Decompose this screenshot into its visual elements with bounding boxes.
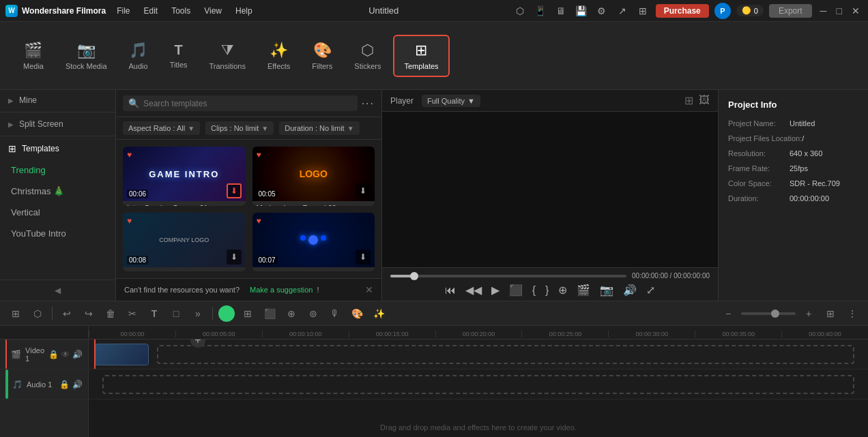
monitor-icon[interactable]: 🖥 — [553, 3, 568, 18]
menu-view[interactable]: View — [201, 6, 225, 16]
aspect-ratio-filter[interactable]: Aspect Ratio : All ▼ — [123, 121, 200, 135]
audio-button[interactable]: 🎙 — [326, 305, 344, 322]
crop-button[interactable]: □ — [167, 305, 185, 322]
scene-detect-button[interactable]: ⬡ — [29, 305, 46, 322]
clip-speed-button[interactable]: ⊚ — [304, 305, 322, 322]
tool-transitions[interactable]: ⧩ Transitions — [200, 36, 255, 76]
split-view-button[interactable]: ⊞ — [7, 305, 25, 322]
left-item-split-screen[interactable]: ▶ Split Screen — [0, 114, 115, 134]
user-avatar[interactable]: P — [714, 3, 731, 19]
category-christmas[interactable]: Christmas 🎄 — [0, 181, 115, 202]
merge-button[interactable]: ⊕ — [283, 305, 300, 322]
tool-titles[interactable]: T Titles — [160, 37, 197, 74]
snapshot-button[interactable]: 📷 — [600, 284, 613, 297]
duration-filter[interactable]: Duration : No limit ▼ — [279, 121, 359, 135]
effects-btn[interactable]: ✨ — [370, 305, 388, 322]
volume-button[interactable]: 🔊 — [623, 284, 637, 297]
tool-stock[interactable]: 📷 Stock Media — [56, 36, 117, 76]
clips-filter[interactable]: Clips : No limit ▼ — [205, 121, 274, 135]
video-lock-button[interactable]: 🔒 — [48, 350, 59, 359]
tool-media[interactable]: 🎬 Media — [14, 36, 53, 76]
suggestion-link[interactable]: Make a suggestion — [250, 286, 313, 294]
zoom-slider[interactable] — [741, 312, 796, 315]
drop-zone-video[interactable] — [157, 345, 854, 364]
collapse-panel-button[interactable]: ◀ — [0, 280, 115, 301]
left-item-mine[interactable]: ▶ Mine — [0, 90, 115, 110]
add-marker-button[interactable]: ⊕ — [558, 284, 567, 297]
more-settings-button[interactable]: ⋮ — [843, 305, 861, 322]
mobile-icon[interactable]: 📱 — [533, 3, 548, 18]
tool-transitions-label: Transitions — [209, 62, 246, 70]
grid-view-icon[interactable]: ⊞ — [684, 94, 693, 107]
settings-icon[interactable]: ⚙ — [594, 3, 609, 18]
save-icon[interactable]: 💾 — [574, 3, 589, 18]
scissors-button[interactable]: ✂ — [124, 305, 141, 322]
image-view-icon[interactable]: 🖼 — [699, 94, 710, 107]
fullscreen-button[interactable]: ⤢ — [646, 284, 655, 297]
tool-stickers[interactable]: ⬡ Stickers — [345, 36, 390, 76]
download-icon-logo[interactable]: ⬇ — [356, 183, 371, 198]
audio-volume-button[interactable]: 🔊 — [72, 380, 83, 389]
audio-track-controls: 🔒 🔊 — [59, 380, 83, 389]
download-icon-company[interactable]: ⬇ — [227, 250, 242, 265]
mark-out-button[interactable]: } — [545, 284, 549, 297]
clip-button[interactable]: 🎬 — [577, 284, 590, 297]
minimize-button[interactable]: ─ — [818, 5, 830, 16]
video-eye-button[interactable]: 👁 — [61, 350, 70, 359]
split-clip-button[interactable]: ⬛ — [261, 305, 278, 322]
more-tl-button[interactable]: » — [189, 305, 207, 322]
frame-forward-button[interactable]: ⬛ — [509, 284, 523, 297]
video-volume-button[interactable]: 🔊 — [72, 350, 83, 359]
purchase-button[interactable]: Purchase — [656, 4, 709, 18]
menu-file[interactable]: File — [114, 6, 132, 16]
menu-tools[interactable]: Tools — [169, 6, 193, 16]
audio-track-lane[interactable] — [89, 370, 868, 400]
search-input[interactable] — [143, 99, 352, 108]
menu-help[interactable]: Help — [233, 6, 255, 16]
cloud-icon[interactable]: ⬡ — [512, 3, 527, 18]
tool-filters[interactable]: 🎨 Filters — [302, 36, 342, 76]
progress-bar[interactable] — [390, 275, 626, 277]
template-card-logo[interactable]: LOGO ♥ 00:05 ⬇ Modern Logo Reveal 09 — [252, 147, 375, 206]
delete-button[interactable]: 🗑 — [102, 305, 119, 322]
audio-lock-button[interactable]: 🔒 — [59, 380, 70, 389]
download-icon-blue[interactable]: ⬇ — [356, 250, 371, 265]
frame-back-button[interactable]: ◀◀ — [465, 284, 482, 297]
maximize-button[interactable]: □ — [834, 5, 845, 16]
redo-button[interactable]: ↪ — [80, 305, 98, 322]
record-button[interactable] — [218, 305, 235, 322]
mark-in-button[interactable]: { — [532, 284, 536, 297]
grid-icon[interactable]: ⊞ — [635, 3, 650, 18]
text-button[interactable]: T — [145, 305, 163, 322]
drop-zone-audio[interactable] — [102, 375, 854, 394]
zoom-in-button[interactable]: + — [800, 305, 818, 322]
more-options-button[interactable]: ··· — [362, 97, 375, 110]
suggestion-close-button[interactable]: ✕ — [365, 284, 373, 295]
left-item-templates[interactable]: ⊞ Templates — [0, 138, 115, 160]
skip-back-button[interactable]: ⏮ — [445, 284, 456, 297]
share-icon[interactable]: ↗ — [615, 3, 630, 18]
template-card-company[interactable]: COMPANY LOGO ♥ 00:08 ⬇ Company Logo Temp… — [123, 213, 246, 272]
category-youtube[interactable]: YouTube Intro — [0, 223, 115, 244]
video-track-lane[interactable]: + — [89, 340, 868, 370]
close-button[interactable]: ✕ — [849, 5, 863, 16]
menu-edit[interactable]: Edit — [141, 6, 160, 16]
zoom-out-button[interactable]: − — [719, 305, 737, 322]
tool-effects[interactable]: ✨ Effects — [258, 36, 300, 76]
undo-button[interactable]: ↩ — [58, 305, 76, 322]
track-settings-button[interactable]: ⊞ — [822, 305, 839, 322]
download-icon-gaming[interactable]: ⬇ — [227, 183, 242, 198]
video-clip-block[interactable] — [94, 344, 149, 365]
quality-select[interactable]: Full Quality ▼ — [422, 95, 480, 107]
template-card-gaming[interactable]: GAME INTRO ♥ 00:06 ⬇ Intro Gaming Opener… — [123, 147, 246, 206]
tool-audio[interactable]: 🎵 Audio — [119, 36, 158, 76]
category-vertical[interactable]: Vertical — [0, 202, 115, 223]
tool-templates[interactable]: ⊞ Templates — [393, 35, 449, 77]
template-card-blue[interactable]: ♥ 00:07 ⬇ Blue Space Intro — [252, 213, 375, 272]
play-button[interactable]: ▶ — [491, 284, 500, 297]
category-trending[interactable]: Trending — [0, 160, 115, 181]
split-screen-label: Split Screen — [19, 119, 63, 129]
export-button[interactable]: Export — [769, 4, 812, 18]
add-clip-button[interactable]: ⊞ — [239, 305, 257, 322]
color-btn[interactable]: 🎨 — [348, 305, 366, 322]
